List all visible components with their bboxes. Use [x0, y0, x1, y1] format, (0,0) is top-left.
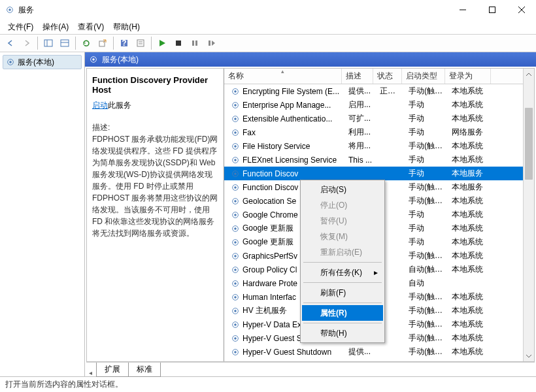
show-hide-tree-button[interactable]	[41, 36, 56, 50]
forward-button[interactable]	[19, 36, 35, 50]
tree-root-node[interactable]: 服务(本地)	[3, 55, 82, 69]
svg-point-50	[234, 255, 237, 257]
svg-rect-3	[489, 7, 495, 13]
col-logon[interactable]: 登录为	[445, 69, 491, 84]
gear-icon	[231, 293, 240, 302]
tab-standard[interactable]: 标准	[128, 363, 161, 377]
svc-start: 手动	[405, 99, 448, 110]
svc-name: Google 更新服	[243, 223, 293, 234]
col-start[interactable]: 启动类型	[402, 69, 445, 84]
maximize-button[interactable]	[477, 0, 507, 20]
ctx-properties[interactable]: 属性(R)	[302, 305, 383, 321]
start-service-button[interactable]	[154, 36, 170, 50]
ctx-restart[interactable]: 重新启动(E)	[302, 244, 383, 260]
svc-logon: 本地系统	[448, 209, 494, 220]
svc-start: 手动(触发...	[405, 291, 448, 302]
gear-icon	[231, 155, 240, 165]
svg-point-36	[234, 159, 237, 161]
app-icon	[5, 5, 14, 14]
refresh-button[interactable]	[78, 36, 94, 50]
tab-extended[interactable]: 扩展	[96, 363, 129, 377]
back-button[interactable]	[3, 36, 18, 50]
ctx-start[interactable]: 启动(S)	[302, 182, 383, 197]
svc-name: Hardware Prote	[243, 279, 297, 288]
menubar: 文件(F) 操作(A) 查看(V) 帮助(H)	[0, 20, 536, 34]
col-desc[interactable]: 描述	[342, 69, 373, 84]
menu-view[interactable]: 查看(V)	[74, 20, 108, 34]
svg-point-62	[234, 337, 237, 340]
service-row[interactable]: Enterprise App Manage...启用...手动本地系统	[224, 98, 534, 112]
scroll-thumb[interactable]	[525, 108, 533, 180]
col-name[interactable]: 名称▴	[224, 69, 342, 84]
ctx-stop[interactable]: 停止(O)	[302, 197, 383, 213]
svc-start: 手动(触发...	[405, 182, 448, 193]
svc-logon: 本地系统	[448, 237, 494, 248]
svc-name: Encrypting File System (E...	[243, 87, 339, 96]
svg-rect-6	[44, 40, 52, 46]
service-row[interactable]: FLEXnet Licensing ServiceThis ...手动本地系统	[224, 153, 534, 167]
menu-action[interactable]: 操作(A)	[39, 20, 73, 34]
svg-point-34	[234, 145, 237, 148]
svc-desc: 利用...	[344, 127, 376, 138]
svc-logon: 本地系统	[448, 305, 494, 316]
svc-logon: 本地系统	[448, 195, 494, 206]
svg-rect-8	[61, 40, 69, 46]
vertical-scrollbar[interactable]	[523, 69, 534, 361]
minimize-button[interactable]	[448, 0, 477, 20]
service-row[interactable]: Extensible Authenticatio...可扩...手动本地系统	[224, 112, 534, 125]
gear-icon	[231, 87, 240, 96]
col-state[interactable]: 状态	[373, 69, 402, 84]
start-service-link[interactable]: 启动	[92, 101, 108, 110]
svc-name: Fax	[243, 128, 256, 137]
svc-start: 手动(触发...	[405, 250, 448, 261]
svc-name: Group Policy Cl	[243, 265, 297, 274]
close-button[interactable]	[507, 0, 536, 20]
svc-logon: 本地系统	[448, 140, 494, 152]
help-button[interactable]: ?	[116, 36, 132, 50]
ctx-pause[interactable]: 暂停(U)	[302, 213, 383, 229]
service-row[interactable]: Function Discov手动本地服务	[224, 167, 534, 180]
svc-start: 自动	[405, 278, 448, 289]
tree-root-label: 服务(本地)	[18, 57, 54, 68]
service-row[interactable]: Encrypting File System (E...提供...正在...手动…	[224, 84, 534, 98]
svc-name: Hyper-V Guest Shutdown	[243, 348, 331, 357]
scroll-down-button[interactable]	[524, 350, 534, 361]
svg-point-58	[234, 310, 237, 312]
service-row[interactable]: Fax利用...手动网络服务	[224, 125, 534, 139]
ctx-refresh[interactable]: 刷新(F)	[302, 285, 383, 301]
right-header-label: 服务(本地)	[102, 54, 139, 65]
gear-icon	[231, 224, 240, 233]
gear-icon	[231, 279, 240, 288]
service-row[interactable]: Hyper-V Guest Shutdown提供...手动(触发...本地系统	[224, 345, 534, 359]
stop-service-button[interactable]	[171, 36, 186, 50]
svg-text:?: ?	[122, 39, 126, 48]
ctx-help[interactable]: 帮助(H)	[302, 325, 383, 341]
svg-point-30	[234, 118, 237, 120]
svc-name: Geolocation Se	[243, 197, 296, 206]
selected-service-title: Function Discovery Provider Host	[92, 75, 218, 95]
bottom-tabs: ◂ 扩展 标准	[86, 362, 535, 376]
svc-desc: 将用...	[344, 140, 376, 152]
svc-logon: 本地系统	[448, 99, 494, 110]
menu-help[interactable]: 帮助(H)	[109, 20, 144, 34]
service-row[interactable]: File History Service将用...手动(触发...本地系统	[224, 139, 534, 153]
gear-icon	[231, 252, 240, 261]
properties-button[interactable]	[133, 36, 148, 50]
scroll-up-button[interactable]	[524, 69, 534, 80]
detail-pane-button[interactable]	[57, 36, 73, 50]
gear-icon	[231, 183, 240, 192]
svc-start: 手动(触发...	[405, 346, 448, 357]
ctx-resume[interactable]: 恢复(M)	[302, 229, 383, 244]
pause-service-button[interactable]	[187, 36, 203, 50]
export-button[interactable]	[95, 36, 110, 50]
menu-file[interactable]: 文件(F)	[4, 20, 37, 34]
svc-start: 手动	[405, 223, 448, 234]
svc-logon: 本地系统	[448, 113, 494, 124]
gear-icon	[231, 101, 240, 110]
svg-point-42	[234, 200, 237, 203]
svc-desc: 可扩...	[344, 113, 376, 124]
gear-icon	[231, 142, 240, 151]
ctx-alltasks[interactable]: 所有任务(K)▸	[302, 265, 383, 280]
svg-point-54	[234, 282, 237, 285]
restart-service-button[interactable]	[203, 36, 219, 50]
